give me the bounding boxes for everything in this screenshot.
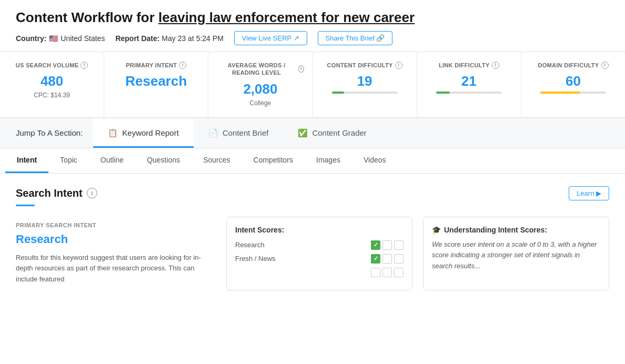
section-title-row: Search Intent i Learn ▶ — [16, 186, 609, 200]
sub-tab-topic[interactable]: Topic — [48, 148, 89, 173]
title-prefix: Content Workflow for — [16, 9, 158, 25]
jump-to-label: Jump To A Section: — [16, 119, 93, 147]
page-title: Content Workflow for leaving law enforce… — [16, 9, 609, 26]
cb-empty-3 — [394, 268, 404, 277]
metric-bar-4 — [436, 92, 502, 94]
intent-left-panel: PRIMARY SEARCH INTENT Research Results f… — [16, 217, 216, 290]
sub-tab-images[interactable]: Images — [305, 148, 352, 173]
section-underline — [16, 205, 35, 206]
metric-value-0: 480 — [8, 73, 95, 89]
country-info: Country: 🇺🇸 United States — [16, 34, 105, 43]
title-link[interactable]: leaving law enforcement for new career — [158, 9, 415, 25]
metric-value-5: 60 — [530, 73, 617, 89]
intent-fresh-news-checkboxes — [371, 254, 404, 264]
sub-tab-intent[interactable]: Intent — [5, 148, 48, 173]
metric-info-icon-4[interactable]: i — [492, 62, 499, 69]
metric-card-0: US SEARCH VOLUME i480CPC: $14.39 — [0, 52, 104, 117]
cb-research-3 — [394, 240, 404, 250]
intent-research-label: Research — [235, 241, 371, 249]
metric-bar-3 — [332, 92, 398, 94]
cb-research-2 — [382, 240, 392, 250]
metric-label-0: US SEARCH VOLUME i — [8, 62, 95, 69]
report-date: Report Date: May 23 at 5:24 PM — [115, 34, 223, 43]
share-brief-button[interactable]: Share This Brief 🔗 — [318, 31, 393, 45]
metric-label-5: DOMAIN DIFFICULTY i — [530, 62, 617, 69]
intent-grid: PRIMARY SEARCH INTENT Research Results f… — [16, 217, 609, 290]
cb-empty-2 — [382, 268, 392, 277]
learn-button[interactable]: Learn ▶ — [569, 186, 609, 200]
metrics-section: US SEARCH VOLUME i480CPC: $14.39PRIMARY … — [0, 52, 625, 118]
metric-value-1: Research — [113, 73, 199, 89]
understanding-intent-card: 🎓 Understanding Intent Scores: We score … — [423, 217, 609, 290]
content-grader-label: Content Grader — [312, 128, 366, 137]
primary-search-intent-label: PRIMARY SEARCH INTENT — [16, 222, 216, 228]
meta-row: Country: 🇺🇸 United States Report Date: M… — [16, 31, 609, 45]
section-title-text: Search Intent — [16, 187, 83, 199]
sub-tab-questions[interactable]: Questions — [135, 148, 191, 173]
intent-scores-title: Intent Scores: — [235, 226, 404, 234]
metric-bar-fill-3 — [332, 92, 345, 94]
metric-label-3: CONTENT DIFFICULTY i — [321, 62, 408, 69]
intent-description: Results for this keyword suggest that us… — [16, 252, 216, 285]
intent-fresh-news-label: Fresh / News — [235, 255, 371, 262]
metric-info-icon-3[interactable]: i — [395, 62, 402, 69]
metric-label-1: PRIMARY INTENT i — [113, 62, 199, 69]
metric-bar-fill-5 — [540, 92, 580, 94]
report-date-value: May 23 at 5:24 PM — [162, 34, 224, 43]
content-brief-icon: 📄 — [208, 128, 218, 138]
metric-bar-fill-4 — [436, 92, 450, 94]
cb-research-1 — [371, 240, 380, 250]
metric-info-icon-2[interactable]: i — [298, 65, 304, 73]
content-grader-icon: ✅ — [298, 128, 308, 138]
metric-info-icon-0[interactable]: i — [80, 62, 88, 69]
intent-research-checkboxes — [371, 240, 404, 250]
country-label: Country: — [16, 34, 46, 43]
intent-empty-checkboxes — [371, 268, 404, 277]
metric-card-2: AVERAGE WORDS / READING LEVEL i2,080Coll… — [208, 52, 312, 117]
primary-search-intent-value: Research — [16, 232, 216, 246]
section-tab-content-grader[interactable]: ✅ Content Grader — [283, 118, 381, 148]
metric-card-3: CONTENT DIFFICULTY i19 — [313, 52, 417, 117]
understanding-title: 🎓 Understanding Intent Scores: — [432, 226, 600, 234]
section-tab-keyword-report[interactable]: 📋 Keyword Report — [93, 118, 194, 148]
intent-row-research: Research — [235, 240, 404, 250]
metric-card-4: LINK DIFFICULTY i21 — [417, 52, 521, 117]
sub-tab-competitors[interactable]: Competitors — [242, 148, 305, 173]
metric-value-3: 19 — [321, 73, 408, 89]
view-live-serp-button[interactable]: View Live SERP ↗ — [234, 31, 307, 45]
sub-tabs: IntentTopicOutlineQuestionsSourcesCompet… — [0, 148, 625, 174]
metric-value-2: 2,080 — [217, 81, 304, 97]
search-intent-info-icon[interactable]: i — [87, 188, 97, 198]
header-section: Content Workflow for leaving law enforce… — [0, 0, 625, 52]
keyword-report-label: Keyword Report — [122, 128, 179, 137]
sub-tab-videos[interactable]: Videos — [352, 148, 398, 173]
understanding-title-text: Understanding Intent Scores: — [444, 226, 547, 234]
intent-scores-card: Intent Scores: Research Fresh / News — [226, 217, 412, 290]
metric-sub-2: College — [217, 99, 304, 107]
metric-card-1: PRIMARY INTENT iResearch — [104, 52, 208, 117]
country-name: United States — [61, 34, 105, 43]
cb-empty-1 — [371, 268, 380, 277]
report-date-label: Report Date: — [115, 34, 159, 43]
metric-bar-5 — [540, 92, 606, 94]
metric-card-5: DOMAIN DIFFICULTY i60 — [521, 52, 625, 117]
understanding-text: We score user intent on a scale of 0 to … — [432, 239, 600, 272]
cb-news-3 — [394, 254, 404, 264]
understanding-icon: 🎓 — [432, 226, 441, 234]
content-brief-label: Content Brief — [223, 128, 269, 137]
intent-row-empty — [235, 268, 404, 277]
keyword-report-icon: 📋 — [108, 128, 118, 138]
country-flag: 🇺🇸 — [49, 34, 58, 43]
metric-label-2: AVERAGE WORDS / READING LEVEL i — [217, 62, 304, 77]
section-title: Search Intent i — [16, 187, 97, 199]
cb-news-2 — [382, 254, 392, 264]
metric-info-icon-1[interactable]: i — [179, 62, 186, 69]
metric-label-4: LINK DIFFICULTY i — [426, 62, 512, 69]
intent-row-fresh-news: Fresh / News — [235, 254, 404, 264]
sub-tab-sources[interactable]: Sources — [191, 148, 241, 173]
section-nav: Jump To A Section: 📋 Keyword Report 📄 Co… — [0, 118, 625, 148]
metric-info-icon-5[interactable]: i — [601, 62, 609, 69]
sub-tab-outline[interactable]: Outline — [89, 148, 135, 173]
metric-value-4: 21 — [426, 73, 512, 89]
section-tab-content-brief[interactable]: 📄 Content Brief — [194, 118, 284, 148]
